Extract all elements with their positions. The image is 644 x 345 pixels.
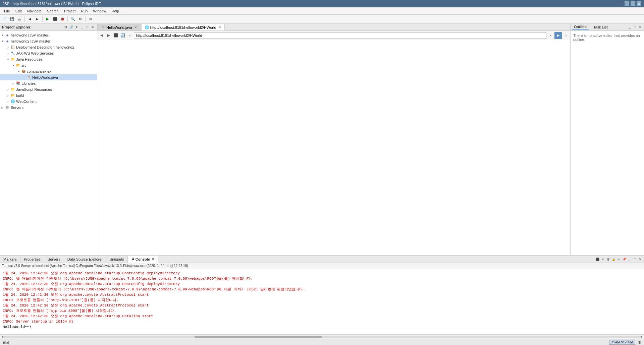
back-history-button[interactable]: ◀ <box>26 16 33 22</box>
task-list-tab-item[interactable]: Task List <box>591 24 610 30</box>
tree-item-src[interactable]: ▼ 📂 src <box>0 62 97 68</box>
bottom-tab-markers[interactable]: Markers <box>0 256 20 263</box>
browser-url-dropdown[interactable]: ▾ <box>127 32 133 39</box>
browser-content <box>97 40 570 255</box>
debug-button[interactable]: 🐞 <box>59 16 66 22</box>
browser-back-button[interactable]: ◀ <box>99 32 105 39</box>
scroll-right-arrow[interactable]: ▶ <box>641 335 643 338</box>
tree-item-java-resources[interactable]: ▼ 📁 Java Resources <box>0 56 97 62</box>
menu-bar: File Edit Navigate Search Project Run Wi… <box>0 7 644 15</box>
console-line: INFO: Server startup in 10164 ms <box>3 319 641 324</box>
tree-label-helloworldjava: HelloWorld.java <box>32 75 58 79</box>
console-clear-icon[interactable]: 🗑 <box>606 257 610 262</box>
gc-icon[interactable]: 🗑 <box>638 340 641 344</box>
print-button[interactable]: 🖨 <box>16 16 23 22</box>
open-perspective-button[interactable]: ⊞ <box>87 16 94 22</box>
maximize-panel-icon[interactable]: □ <box>85 25 90 29</box>
build-icon: 📂 <box>10 93 15 98</box>
tab-browser[interactable]: 🌐 http://localhost:8181/helloworld2/HWor… <box>141 24 225 30</box>
browser-refresh-button[interactable]: 🔄 <box>120 32 126 39</box>
tree-item-helloworld[interactable]: ▼ ◈ helloworld [JSP master] <box>0 32 97 38</box>
tree-arrow-package: ▼ <box>17 70 21 73</box>
tree-item-servers[interactable]: ▷ 🖥 Servers <box>0 105 97 111</box>
bottom-tab-console[interactable]: 🖥 Console ✕ <box>128 256 158 263</box>
outline-maximize-icon[interactable]: □ <box>633 25 637 29</box>
datasource-tab-label: Data Source Explorer <box>67 257 103 261</box>
tab-label-browser: http://localhost:8181/helloworld2/HWorld <box>150 25 216 29</box>
console-terminate-icon[interactable]: ✕ <box>600 257 605 262</box>
console-word-wrap-icon[interactable]: ↩ <box>616 257 621 262</box>
menu-navigate[interactable]: Navigate <box>24 8 44 14</box>
console-line: INFO: 프로토콜 핸들러 ["ajp-bio-8009"]을(를) 시작합니… <box>3 308 641 314</box>
browser-stop-button[interactable]: ⬛ <box>113 32 119 39</box>
tree-item-helloworldjava[interactable]: ☕ HelloWorld.java <box>0 74 97 80</box>
scrollbar-thumb[interactable] <box>195 336 322 338</box>
console-line: INFO: 프로토콜 핸들러 ["http-bio-8181"]을(를) 시작합… <box>3 297 641 303</box>
tab-close-browser[interactable]: ✕ <box>218 25 221 29</box>
tree-item-deployment[interactable]: ▷ 📋 Deployment Descriptor: helloworld2 <box>0 44 97 50</box>
menu-help[interactable]: Help <box>109 8 122 14</box>
search-button[interactable]: 🔍 <box>69 16 76 22</box>
outline-tab[interactable]: Outline <box>572 24 589 30</box>
outline-close-icon[interactable]: ✕ <box>638 25 643 29</box>
run-button[interactable]: ▶ <box>44 16 51 22</box>
tree-arrow-helloworld2: ▼ <box>1 40 5 43</box>
tree-item-package[interactable]: ▼ 📦 com.javalex.ex <box>0 68 97 74</box>
console-close-icon[interactable]: ✕ <box>638 257 643 262</box>
browser-url-dropdown2[interactable]: ▾ <box>547 32 553 39</box>
console-horizontal-scrollbar[interactable]: ◀ ▶ <box>0 334 644 339</box>
menu-window[interactable]: Window <box>90 8 109 14</box>
browser-forward-button[interactable]: ▶ <box>106 32 112 39</box>
stop-button[interactable]: ⬛ <box>52 16 58 22</box>
memory-indicator[interactable]: 154M of 256M <box>609 340 635 345</box>
maximize-button[interactable]: □ <box>631 1 635 6</box>
save-button[interactable]: 💾 <box>9 16 15 22</box>
menu-search[interactable]: Search <box>44 8 61 14</box>
minimize-panel-icon[interactable]: _ <box>79 25 84 29</box>
browser-bookmarks-button[interactable]: ☆ <box>563 32 569 39</box>
folder-icon-java-resources: 📁 <box>10 57 15 62</box>
browser-toolbar: ◀ ▶ ⬛ 🔄 ▾ ▾ ▶ ☆ <box>97 31 570 40</box>
tree-arrow-libraries: ▷ <box>12 82 15 85</box>
bottom-tab-snippets[interactable]: Snippets <box>106 256 128 263</box>
tree-item-webcontent[interactable]: ▷ 🌐 WebContent <box>0 98 97 105</box>
console-scroll-lock-icon[interactable]: 🔒 <box>611 257 616 262</box>
console-line: 1월 24, 2020 12:42:30 오전 org.apache.catal… <box>3 281 641 287</box>
minimize-button[interactable]: ─ <box>625 1 629 6</box>
project-explorer-panel: Project Explorer ⊟ 🔗 ▾ _ □ ✕ ▼ ◈ hellowo… <box>0 23 97 255</box>
properties-tab-label: Properties <box>24 257 41 261</box>
status-text: 완료 <box>3 340 609 345</box>
forward-history-button[interactable]: ▶ <box>34 16 41 22</box>
tab-helloworldjava[interactable]: ☕ HelloWorld.java ✕ <box>97 24 141 30</box>
outline-minimize-icon[interactable]: _ <box>627 25 632 29</box>
settings-button[interactable]: ⚙ <box>77 16 84 22</box>
tree-item-build[interactable]: ▷ 📂 build <box>0 92 97 98</box>
browser-go-button[interactable]: ▶ <box>554 32 562 39</box>
menu-edit[interactable]: Edit <box>13 8 24 14</box>
console-stop-icon[interactable]: ⬛ <box>595 257 600 262</box>
tree-item-jaxws[interactable]: ▷ 🔧 JAX-WS Web Services <box>0 50 97 56</box>
bottom-tab-bar: Markers Properties Servers Data Source E… <box>0 256 644 263</box>
tree-item-libraries[interactable]: ▷ 📚 Libraries <box>0 80 97 86</box>
close-button[interactable]: ✕ <box>637 1 641 6</box>
bottom-tab-datasource[interactable]: Data Source Explorer <box>64 256 106 263</box>
tree-item-helloworld2[interactable]: ▼ ◈ helloworld2 [JSP master] <box>0 38 97 44</box>
close-panel-icon[interactable]: ✕ <box>90 25 95 29</box>
menu-project[interactable]: Project <box>61 8 78 14</box>
view-menu-icon[interactable]: ▾ <box>74 25 79 29</box>
bottom-tab-properties[interactable]: Properties <box>20 256 44 263</box>
bottom-tab-servers[interactable]: Servers <box>44 256 64 263</box>
menu-run[interactable]: Run <box>78 8 90 14</box>
browser-url-input[interactable] <box>134 32 546 39</box>
console-pin-icon[interactable]: 📌 <box>622 257 627 262</box>
tab-close-helloworldjava[interactable]: ✕ <box>134 25 137 29</box>
console-maximize-icon[interactable]: □ <box>633 257 637 262</box>
collapse-all-icon[interactable]: ⊟ <box>63 25 68 29</box>
new-button[interactable]: 📄 <box>1 16 8 22</box>
console-minimize-icon[interactable]: _ <box>627 257 632 262</box>
scrollbar-track[interactable] <box>3 336 641 338</box>
menu-file[interactable]: File <box>1 8 13 14</box>
link-with-editor-icon[interactable]: 🔗 <box>69 25 73 29</box>
tree-item-js-resources[interactable]: ▷ 📁 JavaScript Resources <box>0 86 97 92</box>
console-tab-close[interactable]: ✕ <box>152 257 154 261</box>
